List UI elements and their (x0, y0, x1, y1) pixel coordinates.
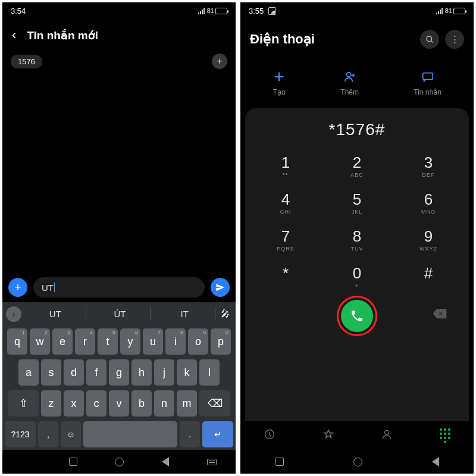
call-row: × (250, 295, 464, 334)
key-x[interactable]: x (64, 390, 84, 416)
key-j[interactable]: j (154, 359, 174, 386)
key-n[interactable]: n (154, 390, 174, 416)
key-l[interactable]: l (199, 359, 220, 386)
key-b[interactable]: b (131, 390, 152, 416)
svg-text:×: × (439, 310, 443, 317)
dial-key-3[interactable]: 3DEF (393, 148, 464, 184)
key-g[interactable]: g (109, 359, 129, 386)
key-row-3: ⇧zxcvbnm⌫ (2, 388, 236, 419)
tab-contacts[interactable] (381, 428, 393, 443)
key-c[interactable]: c (86, 390, 107, 416)
dial-key-0[interactable]: 0+ (321, 258, 393, 295)
message-input[interactable]: UT (33, 277, 205, 298)
header: ‹ Tin nhắn mới (2, 19, 236, 54)
enter-key[interactable]: ↵ (202, 421, 233, 447)
dial-key-*[interactable]: * (250, 258, 321, 295)
dial-key-8[interactable]: 8TUV (321, 221, 393, 258)
recent-apps-button[interactable] (69, 458, 77, 466)
back-icon[interactable]: ‹ (12, 27, 16, 43)
key-z[interactable]: z (41, 390, 61, 416)
keyboard-switch-icon[interactable] (207, 459, 217, 465)
back-button[interactable] (432, 457, 439, 466)
dial-key-6[interactable]: 6MNO (393, 184, 464, 221)
key-f[interactable]: f (86, 359, 107, 386)
status-icons: 81 (436, 7, 465, 14)
tab-favorites[interactable] (322, 428, 334, 443)
key-v[interactable]: v (109, 390, 129, 416)
home-button[interactable] (115, 458, 124, 466)
recipient-row: 1576 + (2, 54, 236, 74)
dial-key-1[interactable]: 1ᵒᵒ (250, 148, 321, 184)
status-time: 3:54 (11, 7, 26, 15)
header-actions: ⋮ (420, 30, 464, 49)
home-button[interactable] (353, 458, 362, 466)
nav-bar (240, 450, 474, 474)
key-u[interactable]: u7 (143, 328, 163, 355)
key-row-4: ?123 , ☺ . ↵ (2, 419, 236, 450)
svg-rect-7 (422, 73, 433, 80)
key-i[interactable]: i8 (165, 328, 186, 355)
more-button[interactable]: ⋮ (445, 30, 464, 49)
tab-bar (240, 421, 474, 450)
comma-key[interactable]: , (38, 421, 58, 447)
emoji-key[interactable]: ☺ (61, 421, 81, 447)
dial-key-4[interactable]: 4GHI (250, 184, 321, 221)
create-contact-button[interactable]: Tạo (273, 70, 286, 96)
search-button[interactable] (420, 30, 439, 49)
dial-key-9[interactable]: 9WXYZ (393, 221, 464, 258)
phone-dialer: 3:55 81 Điện thoại ⋮ Tạo Thêm Tin nhắn (240, 2, 474, 474)
nav-bar (2, 450, 236, 474)
dial-key-7[interactable]: 7PQRS (250, 221, 321, 258)
key-row-1: q1w2e3r4t5y6u7i8o9p0 (2, 326, 236, 357)
screenshot-notif-icon (268, 7, 276, 15)
send-button[interactable] (211, 278, 230, 297)
phone-messaging: 3:54 81 ‹ Tin nhắn mới 1576 + + UT › UT … (2, 2, 236, 474)
key-w[interactable]: w2 (30, 328, 50, 355)
suggestion-2[interactable]: ÚT (90, 308, 151, 321)
period-key[interactable]: . (180, 421, 200, 447)
key-row-2: asdfghjkl (2, 357, 236, 388)
symbols-key[interactable]: ?123 (5, 421, 36, 447)
recent-apps-button[interactable] (275, 458, 284, 466)
key-a[interactable]: a (18, 359, 39, 386)
key-r[interactable]: r4 (75, 328, 95, 355)
attach-button[interactable]: + (8, 278, 27, 297)
dial-key-#[interactable]: # (393, 258, 464, 295)
compose-bar: + UT (2, 273, 236, 302)
quick-actions: Tạo Thêm Tin nhắn (240, 54, 474, 108)
back-button[interactable] (162, 457, 169, 466)
key-p[interactable]: p0 (211, 328, 231, 355)
tab-keypad[interactable] (440, 428, 450, 443)
shift-key[interactable]: ⇧ (8, 390, 39, 416)
signal-icon (198, 8, 205, 14)
key-k[interactable]: k (177, 359, 197, 386)
recipient-chip[interactable]: 1576 (11, 55, 42, 68)
key-y[interactable]: y6 (120, 328, 140, 355)
key-t[interactable]: t5 (98, 328, 118, 355)
key-s[interactable]: s (41, 359, 61, 386)
key-e[interactable]: e3 (52, 328, 73, 355)
expand-suggestions-icon[interactable]: › (6, 306, 21, 322)
dial-key-2[interactable]: 2ABC (321, 148, 393, 184)
suggestion-3[interactable]: IT (154, 308, 215, 321)
status-time: 3:55 (249, 7, 264, 15)
tab-recents[interactable] (264, 428, 275, 443)
key-h[interactable]: h (131, 359, 152, 386)
key-d[interactable]: d (64, 359, 84, 386)
space-key[interactable] (83, 421, 177, 447)
backspace-button[interactable]: × (432, 308, 447, 322)
add-recipient-button[interactable]: + (212, 54, 227, 69)
call-button[interactable] (341, 300, 373, 332)
message-button[interactable]: Tin nhắn (414, 70, 441, 96)
key-o[interactable]: o9 (188, 328, 208, 355)
suggestion-bar: › UT ÚT IT 🎤︎ (2, 302, 236, 326)
mic-icon[interactable]: 🎤︎ (219, 309, 232, 320)
backspace-key[interactable]: ⌫ (199, 390, 230, 416)
key-q[interactable]: q1 (7, 328, 27, 355)
dialed-number[interactable]: *1576# (250, 117, 464, 148)
suggestion-1[interactable]: UT (25, 308, 86, 321)
key-m[interactable]: m (177, 390, 197, 416)
add-contact-button[interactable]: Thêm (340, 70, 359, 96)
dial-key-5[interactable]: 5JKL (321, 184, 393, 221)
page-title: Tin nhắn mới (27, 29, 98, 42)
